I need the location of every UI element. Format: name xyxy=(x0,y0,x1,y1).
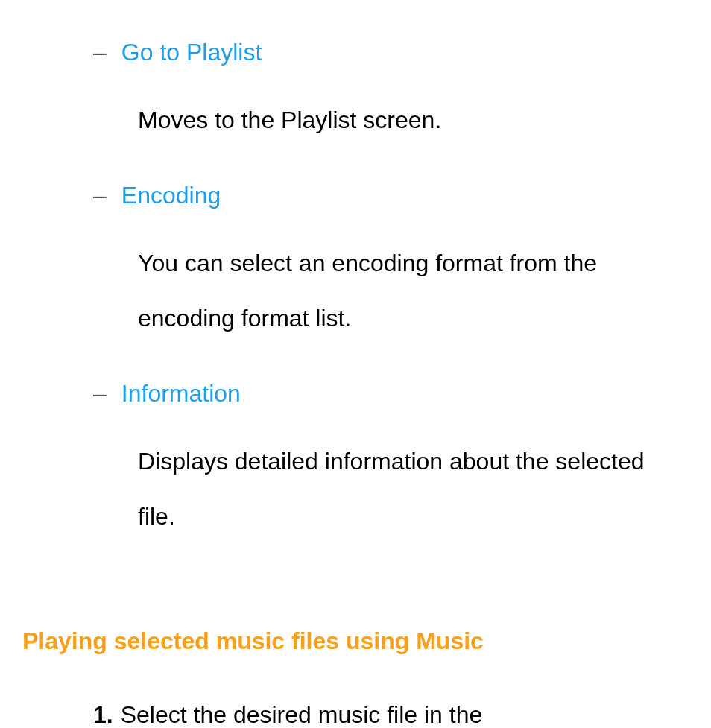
list-item-header: – Go to Playlist xyxy=(22,30,689,75)
item-title: Information xyxy=(121,371,241,417)
item-title: Encoding xyxy=(121,173,221,218)
item-description: Displays detailed information about the … xyxy=(22,434,689,544)
dash-bullet: – xyxy=(93,371,107,417)
step-text: Select the desired music file in the xyxy=(121,692,483,728)
list-item: – Go to Playlist Moves to the Playlist s… xyxy=(22,30,689,148)
section-heading: Playing selected music files using Music xyxy=(22,618,689,664)
item-title: Go to Playlist xyxy=(121,30,262,75)
list-item: – Encoding You can select an encoding fo… xyxy=(22,173,689,346)
dash-bullet: – xyxy=(93,173,107,218)
numbered-step: 1. Select the desired music file in the xyxy=(22,692,689,728)
list-item-header: – Information xyxy=(22,371,689,417)
step-number: 1. xyxy=(93,692,113,728)
list-item: – Information Displays detailed informat… xyxy=(22,371,689,544)
item-description: Moves to the Playlist screen. xyxy=(22,93,689,148)
item-description: You can select an encoding format from t… xyxy=(22,236,689,346)
dash-bullet: – xyxy=(93,30,107,75)
list-item-header: – Encoding xyxy=(22,173,689,218)
